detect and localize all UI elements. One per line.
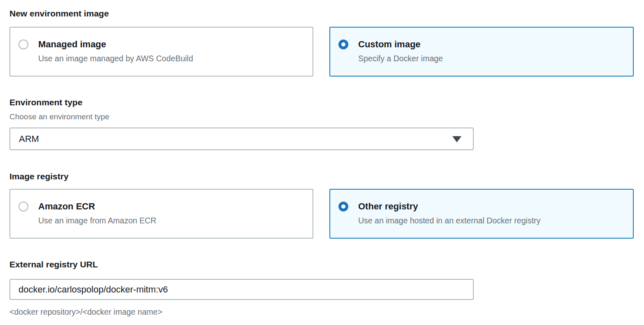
environment-config-form: New environment image Managed image Use …: [0, 0, 644, 317]
other-registry-description: Use an image hosted in an external Docke…: [358, 216, 540, 226]
amazon-ecr-radio[interactable]: [19, 202, 28, 211]
custom-image-card[interactable]: Custom image Specify a Docker image: [329, 27, 634, 77]
amazon-ecr-title: Amazon ECR: [38, 200, 156, 212]
new-environment-image-label: New environment image: [9, 8, 644, 19]
managed-image-title: Managed image: [38, 38, 193, 50]
external-registry-url-help: <docker repository>/<docker image name>: [9, 307, 644, 317]
chevron-down-icon: [452, 136, 461, 142]
image-registry-label: Image registry: [9, 171, 644, 182]
amazon-ecr-texts: Amazon ECR Use an image from Amazon ECR: [38, 200, 156, 226]
environment-type-select[interactable]: ARM: [9, 128, 474, 150]
image-registry-options: Amazon ECR Use an image from Amazon ECR …: [9, 189, 644, 239]
other-registry-card[interactable]: Other registry Use an image hosted in an…: [329, 189, 634, 239]
external-registry-url-input[interactable]: [9, 279, 474, 300]
other-registry-texts: Other registry Use an image hosted in an…: [358, 200, 540, 226]
custom-image-radio[interactable]: [338, 39, 348, 49]
new-environment-image-options: Managed image Use an image managed by AW…: [9, 27, 644, 77]
external-registry-url-label: External registry URL: [9, 259, 644, 270]
custom-image-description: Specify a Docker image: [358, 53, 443, 64]
other-registry-title: Other registry: [358, 200, 540, 212]
environment-type-description: Choose an environment type: [9, 112, 644, 122]
managed-image-card[interactable]: Managed image Use an image managed by AW…: [9, 27, 313, 77]
environment-type-selected-value: ARM: [19, 134, 39, 144]
amazon-ecr-description: Use an image from Amazon ECR: [38, 216, 156, 226]
managed-image-description: Use an image managed by AWS CodeBuild: [38, 53, 193, 64]
managed-image-texts: Managed image Use an image managed by AW…: [38, 38, 193, 64]
environment-type-label: Environment type: [9, 97, 644, 108]
custom-image-texts: Custom image Specify a Docker image: [358, 38, 443, 64]
managed-image-radio[interactable]: [19, 39, 28, 49]
other-registry-radio[interactable]: [338, 202, 348, 211]
custom-image-title: Custom image: [358, 38, 443, 50]
amazon-ecr-card[interactable]: Amazon ECR Use an image from Amazon ECR: [9, 189, 313, 239]
